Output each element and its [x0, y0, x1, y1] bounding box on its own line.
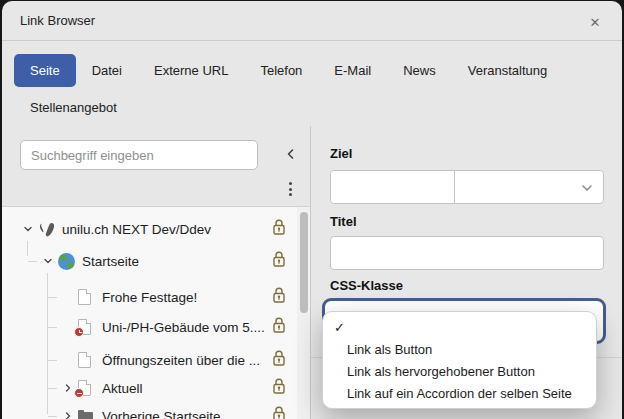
tree-item-oeffnungszeiten[interactable]: Öffnungszeiten über die ...: [2, 345, 310, 375]
chevron-right-icon[interactable]: [58, 411, 78, 419]
lock-icon: [272, 287, 286, 308]
tree-item-label[interactable]: Startseite: [82, 254, 139, 269]
tree-item-label[interactable]: Frohe Festtage!: [102, 290, 197, 305]
css-klasse-dropdown: ✓ Link als Button Link als hervorgehoben…: [322, 311, 597, 409]
tab-bar: Seite Datei Externe URL Telefon E-Mail N…: [2, 41, 622, 133]
page-icon: [78, 289, 102, 305]
globe-icon: [58, 253, 82, 270]
tree-item-frohe-festtage[interactable]: Frohe Festtage!: [2, 282, 310, 312]
tree-item-label[interactable]: unilu.ch NEXT Dev/Ddev: [62, 222, 211, 237]
tab-veranstaltung[interactable]: Veranstaltung: [452, 54, 564, 87]
lock-icon: [272, 251, 286, 272]
collapse-panel-icon[interactable]: [280, 144, 300, 164]
titel-label: Titel: [330, 214, 357, 229]
chevron-down-icon: [581, 178, 593, 196]
dropdown-option-highlighted-button[interactable]: Link als hervorgehobener Button: [323, 360, 596, 382]
tree-item-label[interactable]: Vorherige Startseite: [102, 409, 221, 419]
screen-backdrop: Link Browser ✕ Seite Datei Externe URL T…: [0, 0, 624, 419]
tree-scrollbar-track[interactable]: [297, 207, 310, 419]
titel-input[interactable]: [330, 236, 604, 270]
link-attributes-panel: Ziel Titel CSS-Klasse: [311, 126, 622, 419]
tree-scrollbar-thumb[interactable]: [300, 212, 308, 313]
page-icon: [78, 352, 102, 368]
tab-externe-url[interactable]: Externe URL: [138, 54, 244, 87]
lock-icon: [272, 378, 286, 399]
lock-icon: [272, 350, 286, 371]
typo3-icon: [38, 222, 62, 237]
dropdown-option-button[interactable]: Link als Button: [323, 338, 596, 360]
page-clock-icon: [78, 319, 102, 335]
tab-stellenangebot[interactable]: Stellenangebot: [14, 91, 133, 124]
ziel-label: Ziel: [330, 146, 352, 161]
page-hidden-icon: [78, 380, 102, 396]
tree-item-label[interactable]: Öffnungszeiten über die ...: [102, 353, 260, 368]
dialog-titlebar: Link Browser ✕: [2, 1, 622, 41]
dropdown-option-accordion[interactable]: Link auf ein Accordion der selben Seite: [323, 382, 596, 404]
ziel-target-select[interactable]: [455, 171, 603, 203]
kebab-menu-icon[interactable]: [283, 178, 297, 200]
tree-item-vorherige-startseite[interactable]: Vorherige Startseite: [2, 401, 310, 419]
tab-seite[interactable]: Seite: [14, 54, 76, 87]
lock-icon: [272, 317, 286, 338]
chevron-down-icon[interactable]: [38, 256, 58, 266]
css-klasse-label: CSS-Klasse: [330, 278, 403, 293]
chevron-down-icon[interactable]: [18, 224, 38, 234]
tree-item-uni-ph-gebaeude[interactable]: Uni-/PH-Gebäude vom 5....: [2, 312, 310, 342]
tree-item-aktuell[interactable]: Aktuell: [2, 373, 310, 403]
check-icon: ✓: [334, 320, 345, 335]
tab-datei[interactable]: Datei: [76, 54, 138, 87]
tree-item-label[interactable]: Aktuell: [102, 381, 143, 396]
ziel-input[interactable]: [331, 171, 455, 203]
page-tree-panel: unilu.ch NEXT Dev/Ddev Startseite: [2, 126, 311, 419]
page-tree: unilu.ch NEXT Dev/Ddev Startseite: [2, 207, 310, 419]
tree-item-root[interactable]: unilu.ch NEXT Dev/Ddev: [2, 214, 310, 244]
ziel-field-group: [330, 170, 604, 204]
tab-email[interactable]: E-Mail: [318, 54, 387, 87]
dialog-body: unilu.ch NEXT Dev/Ddev Startseite: [2, 126, 622, 419]
dialog-title: Link Browser: [20, 13, 95, 28]
lock-icon: [272, 406, 286, 419]
tree-toolbar: [2, 126, 310, 207]
search-input[interactable]: [20, 140, 258, 170]
tree-item-label[interactable]: Uni-/PH-Gebäude vom 5....: [102, 320, 265, 335]
dropdown-option-empty[interactable]: ✓: [323, 316, 596, 338]
lock-icon: [272, 219, 286, 240]
tab-news[interactable]: News: [387, 54, 452, 87]
close-icon[interactable]: ✕: [584, 11, 606, 33]
folder-icon: [78, 410, 102, 419]
tab-telefon[interactable]: Telefon: [244, 54, 318, 87]
link-browser-dialog: Link Browser ✕ Seite Datei Externe URL T…: [2, 1, 622, 419]
tree-item-startseite[interactable]: Startseite: [2, 246, 310, 276]
